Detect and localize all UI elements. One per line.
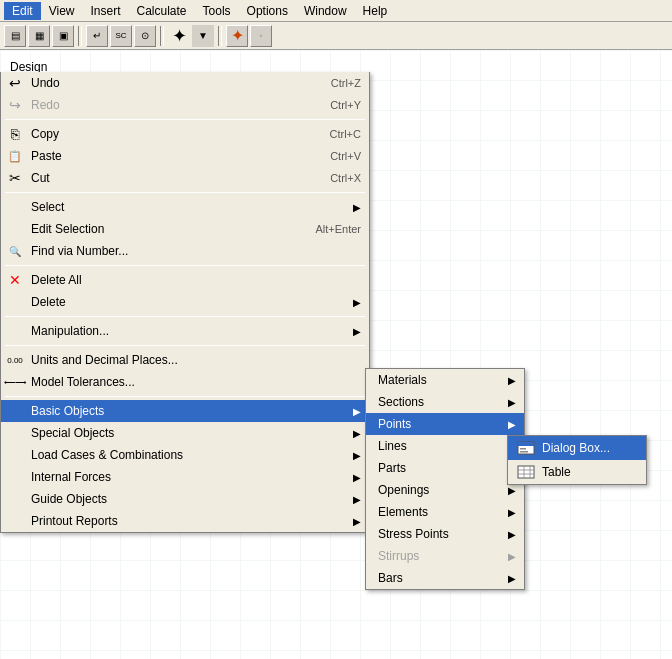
submenu-openings[interactable]: Openings ▶ (366, 479, 524, 501)
sep-1 (5, 119, 365, 120)
cut-label: Cut (31, 171, 50, 185)
undo-icon (5, 73, 25, 93)
sections-arrow: ▶ (498, 397, 516, 408)
toolbar-btn-4[interactable]: ↵ (86, 25, 108, 47)
load-cases-arrow: ▶ (333, 450, 361, 461)
stirrups-arrow: ▶ (498, 551, 516, 562)
internal-forces-label: Internal Forces (31, 470, 111, 484)
toolbar-btn-9[interactable]: ✦ (226, 25, 248, 47)
elements-arrow: ▶ (498, 507, 516, 518)
sep-2 (5, 192, 365, 193)
basic-objects-arrow: ▶ (333, 406, 361, 417)
tolerances-icon (5, 372, 25, 392)
submenu-elements[interactable]: Elements ▶ (366, 501, 524, 523)
menu-item-guide-objects[interactable]: Guide Objects ▶ (1, 488, 369, 510)
submenu-bars[interactable]: Bars ▶ (366, 567, 524, 589)
dialog-box-label: Dialog Box... (542, 441, 610, 455)
lines-label: Lines (378, 439, 407, 453)
load-cases-label: Load Cases & Combinations (31, 448, 183, 462)
redo-icon (5, 95, 25, 115)
find-icon (5, 241, 25, 261)
tolerances-label: Model Tolerances... (31, 375, 135, 389)
menu-item-load-cases[interactable]: Load Cases & Combinations ▶ (1, 444, 369, 466)
menu-item-copy[interactable]: Copy Ctrl+C (1, 123, 369, 145)
menu-item-redo[interactable]: Redo Ctrl+Y (1, 94, 369, 116)
menu-item-tolerances[interactable]: Model Tolerances... (1, 371, 369, 393)
undo-shortcut: Ctrl+Z (291, 77, 361, 89)
menu-options[interactable]: Options (239, 2, 296, 20)
menu-item-delete-all[interactable]: Delete All (1, 269, 369, 291)
submenu-sections[interactable]: Sections ▶ (366, 391, 524, 413)
svg-rect-2 (520, 448, 526, 450)
menu-item-cut[interactable]: Cut Ctrl+X (1, 167, 369, 189)
menu-item-paste[interactable]: Paste Ctrl+V (1, 145, 369, 167)
cut-shortcut: Ctrl+X (290, 172, 361, 184)
menu-item-special-objects[interactable]: Special Objects ▶ (1, 422, 369, 444)
menu-item-find[interactable]: Find via Number... (1, 240, 369, 262)
toolbar-btn-2[interactable]: ▦ (28, 25, 50, 47)
menu-item-printout[interactable]: Printout Reports ▶ (1, 510, 369, 532)
submenu2-dialog-box[interactable]: Dialog Box... (508, 436, 646, 460)
toolbar-btn-7[interactable]: ✦ (168, 25, 190, 47)
toolbar-btn-8[interactable]: ▼ (192, 25, 214, 47)
internal-forces-arrow: ▶ (333, 472, 361, 483)
stress-points-arrow: ▶ (498, 529, 516, 540)
toolbar-btn-1[interactable]: ▤ (4, 25, 26, 47)
menu-item-internal-forces[interactable]: Internal Forces ▶ (1, 466, 369, 488)
printout-label: Printout Reports (31, 514, 118, 528)
toolbar-sep-1 (78, 26, 82, 46)
special-objects-arrow: ▶ (333, 428, 361, 439)
menu-item-edit-selection[interactable]: Edit Selection Alt+Enter (1, 218, 369, 240)
menu-view[interactable]: View (41, 2, 83, 20)
menu-item-manipulation[interactable]: Manipulation... ▶ (1, 320, 369, 342)
stress-points-label: Stress Points (378, 527, 449, 541)
menu-insert[interactable]: Insert (82, 2, 128, 20)
printout-arrow: ▶ (333, 516, 361, 527)
cut-icon (5, 168, 25, 188)
toolbar-btn-10[interactable]: ◦ (250, 25, 272, 47)
toolbar-sep-3 (218, 26, 222, 46)
menu-item-units[interactable]: Units and Decimal Places... (1, 349, 369, 371)
submenu-points[interactable]: Points ▶ (366, 413, 524, 435)
menu-edit[interactable]: Edit (4, 2, 41, 20)
submenu-stirrups[interactable]: Stirrups ▶ (366, 545, 524, 567)
points-arrow: ▶ (498, 419, 516, 430)
submenu-stress-points[interactable]: Stress Points ▶ (366, 523, 524, 545)
menu-help[interactable]: Help (355, 2, 396, 20)
submenu-points-options: Dialog Box... Table (507, 435, 647, 485)
sep-3 (5, 265, 365, 266)
paste-icon (5, 146, 25, 166)
svg-rect-1 (518, 442, 534, 446)
toolbar-btn-5[interactable]: SC (110, 25, 132, 47)
toolbar: ▤ ▦ ▣ ↵ SC ⊙ ✦ ▼ ✦ ◦ (0, 22, 672, 50)
basic-objects-label: Basic Objects (31, 404, 104, 418)
menu-window[interactable]: Window (296, 2, 355, 20)
undo-label: Undo (31, 76, 60, 90)
units-icon (5, 350, 25, 370)
delete-all-label: Delete All (31, 273, 82, 287)
menu-calculate[interactable]: Calculate (129, 2, 195, 20)
edit-selection-label: Edit Selection (31, 222, 104, 236)
special-objects-label: Special Objects (31, 426, 114, 440)
main-area: Design Undo Ctrl+Z Redo Ctrl+Y Copy Ctrl… (0, 50, 672, 659)
submenu-basic-objects: Materials ▶ Sections ▶ Points ▶ Lines ▶ … (365, 368, 525, 590)
parts-label: Parts (378, 461, 406, 475)
paste-label: Paste (31, 149, 62, 163)
submenu-parts[interactable]: Parts ▶ (366, 457, 524, 479)
paste-shortcut: Ctrl+V (290, 150, 361, 162)
menu-item-undo[interactable]: Undo Ctrl+Z (1, 72, 369, 94)
menu-item-select[interactable]: Select ▶ (1, 196, 369, 218)
menu-item-delete[interactable]: Delete ▶ (1, 291, 369, 313)
units-label: Units and Decimal Places... (31, 353, 178, 367)
svg-rect-3 (520, 451, 528, 453)
submenu2-table[interactable]: Table (508, 460, 646, 484)
toolbar-btn-6[interactable]: ⊙ (134, 25, 156, 47)
table-icon (516, 462, 536, 482)
menu-tools[interactable]: Tools (195, 2, 239, 20)
toolbar-btn-3[interactable]: ▣ (52, 25, 74, 47)
submenu-materials[interactable]: Materials ▶ (366, 369, 524, 391)
guide-objects-label: Guide Objects (31, 492, 107, 506)
manipulation-label: Manipulation... (31, 324, 109, 338)
submenu-lines[interactable]: Lines ▶ (366, 435, 524, 457)
menu-item-basic-objects[interactable]: Basic Objects ▶ (1, 400, 369, 422)
